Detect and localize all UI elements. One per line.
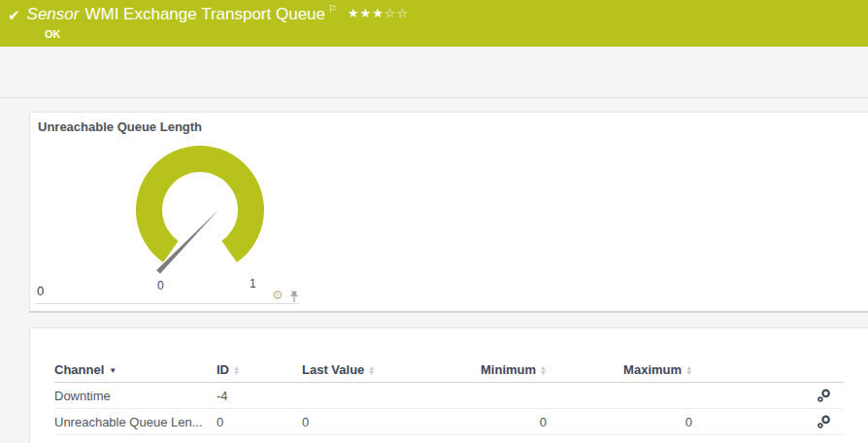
gauge-chart [30,113,321,312]
sort-icon: ▲▼ [685,365,692,375]
channel-name[interactable]: Downtime [54,389,111,403]
channel-minimum: 0 [540,415,547,429]
gauge-settings-gear-icon[interactable]: ⚙ [272,289,284,301]
status-badge: OK [45,28,61,40]
column-header-last-value[interactable]: Last Value ▲▼ [302,362,448,377]
stars-empty[interactable]: ☆☆ [384,6,409,20]
gauge-baseline [35,303,300,304]
page: ✔ Sensor WMI Exchange Transport Queue ⚐ … [0,0,868,443]
channel-id: 0 [217,415,223,429]
header-label: Channel [54,362,104,377]
column-header-minimum[interactable]: Minimum ▲▼ [448,362,547,377]
sort-icon: ▲▼ [368,365,375,375]
flag-icon[interactable]: ⚐ [328,3,338,16]
tab-bar: Overview Live Data 2 days 30 days 365 da… [0,47,868,98]
status-check-icon: ✔ [8,7,20,24]
sensor-header: ✔ Sensor WMI Exchange Transport Queue ⚐ … [0,0,868,47]
header-label: ID [217,362,229,377]
channel-id: -4 [217,389,228,403]
sensor-title: WMI Exchange Transport Queue [84,5,325,24]
object-kind-label: Sensor [27,5,80,24]
sort-icon: ▲▼ [233,365,240,375]
channel-last-value: 0 [302,415,309,429]
column-header-maximum[interactable]: Maximum ▲▼ [547,362,692,377]
edit-channel-gears-icon[interactable] [817,389,831,403]
column-header-id[interactable]: ID ▲▼ [217,362,302,377]
channel-name[interactable]: Unreachable Queue Len... [54,415,203,429]
table-row-downtime: Downtime -4 [54,383,843,409]
gauge-arc [136,146,264,262]
gauge-current-value: 0 [37,284,44,298]
pin-icon[interactable] [288,290,300,303]
edit-channel-gears-icon[interactable] [817,415,831,429]
sort-icon: ▲▼ [540,365,547,375]
table-row-unreachable-queue: Unreachable Queue Len... 0 0 0 0 [54,409,843,435]
gauge-scale-min: 0 [157,279,164,292]
header-label: Maximum [623,362,682,377]
gauge-scale-max: 1 [250,277,256,290]
stars-filled[interactable]: ★★★ [348,6,384,20]
sort-desc-icon: ▼ [109,366,117,375]
column-header-channel[interactable]: Channel ▼ [54,362,217,377]
gauge-panel: Unreachable Queue Length 0 1 0 ⚙ [29,112,868,313]
header-label: Minimum [481,362,536,377]
header-label: Last Value [302,362,364,377]
channels-table-panel: Channel ▼ ID ▲▼ Last Value ▲▼ Minimum ▲▼… [29,327,868,443]
table-header-row: Channel ▼ ID ▲▼ Last Value ▲▼ Minimum ▲▼… [54,357,843,383]
channel-maximum: 0 [685,415,692,429]
priority-stars[interactable]: ★★★☆☆ [348,6,409,20]
